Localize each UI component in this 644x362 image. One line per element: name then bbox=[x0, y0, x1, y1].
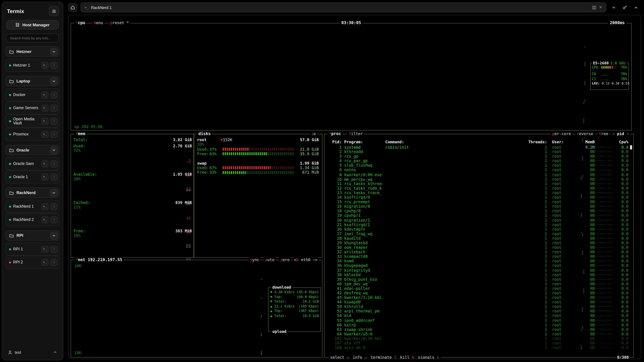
process-row[interactable]: 60 kstrp 1 root 0B 0.0 bbox=[326, 323, 629, 327]
process-row[interactable]: 108 scsi_eh_0 1 root 0B 0.0 bbox=[326, 345, 629, 350]
process-row[interactable]: 37 kintegrityd 1 root 0B 0.0 bbox=[326, 268, 629, 272]
host-menu-button[interactable]: ⋮ bbox=[50, 203, 58, 210]
proc-footer-action[interactable]: signals s bbox=[418, 355, 439, 359]
toggle-option[interactable]: zero bbox=[279, 257, 291, 262]
group-collapse-button[interactable] bbox=[50, 77, 58, 85]
process-row[interactable]: 2 kthreadd 1 root 0B 0.0 bbox=[326, 149, 629, 154]
process-row[interactable]: 11 rcu_tasks_kthrea 1 root 0B 0.0 bbox=[326, 181, 629, 186]
process-row[interactable]: 14 ksoftirqd/0 1 root 0B 0.0 bbox=[326, 195, 629, 199]
menu-button[interactable]: menu bbox=[92, 20, 104, 25]
host-connect-button[interactable]: >_ bbox=[42, 131, 48, 138]
process-row[interactable]: 55 ipv6_addrconf 1 root 0B 0.0 bbox=[326, 318, 629, 323]
process-row[interactable]: 20 migration/1 1 root 0B 0.0 bbox=[326, 218, 629, 222]
host-menu-button[interactable]: ⋮ bbox=[50, 246, 58, 253]
host-menu-button[interactable]: ⋮ bbox=[50, 62, 58, 69]
process-row[interactable]: 27 inet_frag_wq 1 root 0B 0.0 bbox=[326, 231, 629, 236]
process-row[interactable]: 8 kworker/0:0H-eve 1 root 0B 0.0 bbox=[326, 172, 629, 177]
scrollbar-thumb[interactable] bbox=[630, 145, 632, 149]
host-menu-button[interactable]: ⋮ bbox=[50, 259, 58, 266]
process-row[interactable]: 4 rcu_par_gp 1 root 0B 0.0 bbox=[326, 159, 629, 163]
process-row[interactable]: 42 devfreq_wq 1 root 0B 0.0 bbox=[326, 291, 629, 295]
process-row[interactable]: 44 kswapd0 1 root 0B 0.0 bbox=[326, 300, 629, 304]
host-row[interactable]: RackNerd 2 >_ ⋮ bbox=[5, 213, 60, 226]
host-manager-button[interactable]: Host Manager bbox=[6, 20, 59, 29]
host-menu-button[interactable]: ⋮ bbox=[50, 216, 58, 223]
host-connect-button[interactable]: >_ bbox=[42, 104, 48, 111]
process-row[interactable]: 32 writeback 1 root 0B 0.0 bbox=[326, 250, 629, 254]
process-row[interactable]: 29 khungtaskd 1 root 0B 0.0 bbox=[326, 241, 629, 245]
host-menu-button[interactable]: ⋮ bbox=[50, 173, 58, 180]
group-collapse-button[interactable] bbox=[50, 232, 58, 239]
host-connect-button[interactable]: >_ bbox=[42, 259, 48, 266]
process-row[interactable]: 5 slub_flushwq 1 root 0B 0.0 bbox=[326, 163, 629, 168]
process-row[interactable]: 33 kcompactd0 1 root 0B 0.0 bbox=[326, 254, 629, 259]
process-row[interactable]: 30 oom_reaper 1 root 0B 0.0 bbox=[326, 245, 629, 250]
process-row[interactable]: 36 khugepaged 1 root 0B 0.0 bbox=[326, 263, 629, 268]
update-interval[interactable]: 2000ms bbox=[608, 20, 626, 25]
group-collapse-button[interactable] bbox=[50, 146, 58, 154]
host-row[interactable]: Oracle Sam >_ ⋮ bbox=[5, 157, 60, 170]
filter-button[interactable]: filter bbox=[348, 131, 364, 136]
toggle-option[interactable]: tree bbox=[598, 131, 610, 136]
process-row[interactable]: 18 cpuhp/0 1 root 0B 0.0 bbox=[326, 209, 629, 213]
process-row[interactable]: 16 migration/0 1 root 0B 0.0 bbox=[326, 204, 629, 209]
toggle-option[interactable]: reverse bbox=[576, 131, 594, 136]
process-row[interactable]: 10 mm_percpu_wq 1 root 0B 0.0 bbox=[326, 177, 629, 181]
user-menu[interactable]: test bbox=[5, 348, 60, 357]
process-table-header[interactable]: Pid: Program: Command: Threads: User: Me… bbox=[326, 140, 629, 144]
sidebar-menu-button[interactable] bbox=[49, 6, 59, 16]
network-interface[interactable]: <b eth0 n> bbox=[293, 257, 319, 262]
host-connect-button[interactable]: >_ bbox=[42, 160, 48, 167]
group-collapse-button[interactable] bbox=[50, 48, 58, 55]
process-row[interactable]: 6 netns 1 root 0B 0.0 bbox=[326, 168, 629, 172]
preset-button[interactable]: preset * bbox=[109, 20, 130, 25]
host-row[interactable]: RPI 2 >_ ⋮ bbox=[5, 256, 60, 269]
process-row[interactable]: 15 rcu_preempt 1 root 0B 0.0 bbox=[326, 200, 629, 204]
toggle-option[interactable]: sync bbox=[248, 257, 260, 262]
process-row[interactable]: 26 kdevtmpfs 1 root 0B 0.0 bbox=[326, 227, 629, 231]
process-row[interactable]: 43 kworker/1:1H-kbl 1 root 0B 0.0 bbox=[326, 295, 629, 300]
group-header[interactable]: Laptop bbox=[5, 76, 60, 86]
process-row[interactable]: 21 ksoftirqd/1 1 root 0B 0.0 bbox=[326, 222, 629, 227]
process-row[interactable]: 38 kblockd 1 root 0B 0.0 bbox=[326, 272, 629, 277]
group-header[interactable]: Hetzner bbox=[5, 46, 60, 57]
host-connect-button[interactable]: >_ bbox=[42, 91, 48, 98]
host-menu-button[interactable]: ⋮ bbox=[50, 160, 58, 167]
host-row[interactable]: Oracle 1 >_ ⋮ bbox=[5, 170, 60, 183]
process-row[interactable]: 12 rcu_tasks_rude_k 1 root 0B 0.0 bbox=[326, 186, 629, 190]
host-row[interactable]: RackNerd 1 >_ ⋮ bbox=[5, 200, 60, 213]
home-button[interactable] bbox=[68, 3, 77, 12]
group-collapse-button[interactable] bbox=[50, 189, 58, 196]
proc-footer-action[interactable]: kill k bbox=[400, 355, 414, 359]
host-search-input[interactable] bbox=[6, 34, 59, 42]
host-connect-button[interactable]: >_ bbox=[42, 62, 48, 69]
expand-panel-button[interactable] bbox=[632, 3, 640, 11]
host-connect-button[interactable]: >_ bbox=[42, 216, 48, 223]
process-row[interactable]: 28 kauditd 1 root 0B 0.0 bbox=[326, 236, 629, 241]
proc-footer-action[interactable]: terminate t bbox=[370, 355, 396, 359]
process-row[interactable]: 102 kworker/0:1H-kbl 1 root 0B 0.0 bbox=[326, 336, 629, 341]
group-header[interactable]: RackNerd bbox=[5, 188, 60, 198]
group-header[interactable]: Oracle bbox=[5, 145, 60, 155]
toggle-option[interactable]: auto bbox=[264, 257, 276, 262]
close-tab-icon[interactable]: ✕ bbox=[599, 5, 602, 9]
process-row[interactable]: 34 ksmd 1 root 0B 0.0 bbox=[326, 259, 629, 263]
credentials-button[interactable] bbox=[620, 3, 629, 11]
process-row[interactable]: 63 zswap-shrink 1 root 0B 0.0 bbox=[326, 327, 629, 332]
process-row[interactable]: 41 edac-poller 1 root 0B 0.0 bbox=[326, 286, 629, 291]
process-row[interactable]: 40 tpm_dev_wq 1 root 0B 0.0 bbox=[326, 282, 629, 286]
host-connect-button[interactable]: >_ bbox=[42, 246, 48, 253]
tab-racknerd-1[interactable]: >_ RackNerd 1 ✕ bbox=[80, 2, 606, 12]
process-row[interactable]: 50 kthrotld 1 root 0B 0.0 bbox=[326, 304, 629, 309]
host-row[interactable]: Game Servers >_ ⋮ bbox=[5, 101, 60, 114]
sort-selector[interactable]: < pid > bbox=[611, 131, 630, 136]
host-connect-button[interactable]: >_ bbox=[42, 118, 48, 125]
process-row[interactable]: 39 blkcg_punt_bio 1 root 0B 0.0 bbox=[326, 277, 629, 281]
host-row[interactable]: RPI 1 >_ ⋮ bbox=[5, 243, 60, 256]
host-menu-button[interactable]: ⋮ bbox=[50, 131, 58, 138]
process-row[interactable]: 52 acpi_thermal_pm 1 root 0B 0.0 bbox=[326, 309, 629, 313]
group-header[interactable]: RPI bbox=[5, 230, 60, 241]
io-mode-button[interactable]: io bbox=[310, 131, 317, 136]
collapse-panel-button[interactable] bbox=[610, 3, 618, 11]
process-row[interactable]: 3 rcu_gp 1 root 0B 0.0 bbox=[326, 154, 629, 159]
